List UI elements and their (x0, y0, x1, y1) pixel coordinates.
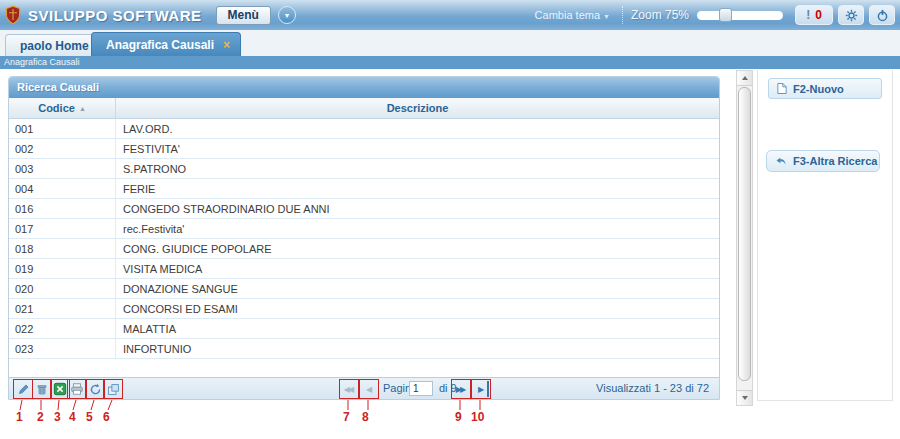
tab-close-icon[interactable]: × (223, 40, 230, 50)
first-page-button[interactable]: ◀◀ (341, 381, 357, 397)
table-row[interactable]: 022 MALATTIA (9, 319, 719, 339)
scroll-down-button[interactable] (737, 390, 752, 405)
gear-icon (845, 9, 858, 22)
panel-title: Ricerca Causali (9, 77, 719, 98)
cell-codice: 023 (9, 339, 116, 358)
edit-button[interactable] (15, 381, 31, 397)
company-crest-icon (5, 5, 21, 25)
triangle-up-icon (742, 76, 748, 80)
power-icon (876, 9, 889, 22)
zoom-slider[interactable] (697, 11, 783, 20)
table-row[interactable]: 016 CONGEDO STRAORDINARIO DUE ANNI (9, 199, 719, 219)
cell-codice: 001 (9, 119, 116, 138)
cell-descrizione: S.PATRONO (116, 159, 719, 178)
table-row[interactable]: 003 S.PATRONO (9, 159, 719, 179)
cell-descrizione: FERIE (116, 179, 719, 198)
f2-nuovo-label: F2-Nuovo (793, 83, 844, 95)
back-arrow-icon (775, 156, 787, 167)
scrollbar-thumb[interactable] (738, 87, 751, 381)
tab-anagrafica-causali[interactable]: Anagrafica Causali × (91, 32, 241, 56)
tab-bar: paolo Home Anagrafica Causali × (0, 30, 900, 56)
pencil-icon (17, 383, 30, 396)
app-title: SVILUPPO SOFTWARE (28, 7, 202, 24)
next-page-button[interactable]: ▶▶ (453, 381, 469, 397)
annotation-box-10: ▶ (471, 379, 491, 399)
change-theme-link[interactable]: Cambia tema (535, 9, 600, 21)
cell-descrizione: DONAZIONE SANGUE (116, 279, 719, 298)
cell-descrizione: CONG. GIUDICE POPOLARE (116, 239, 719, 258)
prev-page-button[interactable]: ◀ (361, 381, 377, 397)
tab-paolo-home[interactable]: paolo Home (5, 34, 104, 56)
column-header-descrizione[interactable]: Descrizione (116, 98, 719, 118)
annotation-number-9: 9 (455, 410, 462, 424)
alert-count-badge: 0 (815, 8, 822, 22)
new-document-icon (777, 82, 787, 95)
chevron-down-icon[interactable]: ▼ (603, 13, 610, 20)
cell-descrizione: VISITA MEDICA (116, 259, 719, 278)
delete-button[interactable] (34, 381, 50, 397)
annotation-number-6: 6 (103, 410, 110, 424)
alerts-button[interactable]: ! 0 (795, 5, 833, 25)
scroll-up-button[interactable] (737, 71, 752, 86)
annotation-leader-lines (0, 398, 520, 430)
zoom-slider-thumb[interactable] (719, 8, 732, 22)
table-row[interactable]: 019 VISITA MEDICA (9, 259, 719, 279)
last-page-button[interactable]: ▶ (474, 381, 489, 397)
records-shown-status: Visualizzati 1 - 23 di 72 (596, 382, 709, 394)
vertical-scrollbar[interactable] (736, 70, 753, 406)
refresh-button[interactable] (87, 381, 103, 397)
table-row[interactable]: 002 FESTIVITA' (9, 139, 719, 159)
annotation-number-7: 7 (343, 410, 350, 424)
menu-dropdown-button[interactable]: ▼ (278, 6, 296, 24)
table-row[interactable]: 018 CONG. GIUDICE POPOLARE (9, 239, 719, 259)
table-row[interactable]: 021 CONCORSI ED ESAMI (9, 299, 719, 319)
app-window: SVILUPPO SOFTWARE Menù ▼ Cambia tema ▼ Z… (0, 0, 900, 439)
annotation-number-8: 8 (362, 410, 369, 424)
f3-altra-ricerca-button[interactable]: F3-Altra Ricerca (766, 150, 880, 172)
separator (622, 6, 623, 24)
cell-codice: 020 (9, 279, 116, 298)
annotation-number-3: 3 (54, 410, 61, 424)
cell-descrizione: MALATTIA (116, 319, 719, 338)
f2-nuovo-button[interactable]: F2-Nuovo (768, 78, 882, 99)
cell-codice: 004 (9, 179, 116, 198)
excel-icon (53, 382, 67, 396)
logout-button[interactable] (869, 5, 895, 25)
tab-label: paolo Home (20, 39, 89, 53)
annotation-number-4: 4 (69, 410, 76, 424)
table-row[interactable]: 017 rec.Festivita' (9, 219, 719, 239)
open-popup-button[interactable] (105, 381, 121, 397)
menu-button[interactable]: Menù (216, 6, 271, 25)
cell-descrizione: FESTIVITA' (116, 139, 719, 158)
action-panel: F2-Nuovo F3-Altra Ricerca (757, 70, 893, 401)
table-row[interactable]: 023 INFORTUNIO (9, 339, 719, 359)
table-row[interactable]: 001 LAV.ORD. (9, 119, 719, 139)
cell-descrizione: INFORTUNIO (116, 339, 719, 358)
page-number-input[interactable] (409, 381, 433, 396)
settings-button[interactable] (838, 5, 864, 25)
grid-footer-toolbar: ◀◀ ◀ Pagina di 9 ▶▶ ▶ Visualizzati 1 - 2… (9, 377, 719, 399)
annotation-box-4 (67, 379, 87, 399)
table-row[interactable]: 020 DONAZIONE SANGUE (9, 279, 719, 299)
column-label: Codice (38, 102, 75, 114)
annotation-box-9: ▶▶ (451, 379, 471, 399)
annotation-number-5: 5 (86, 410, 93, 424)
cell-codice: 002 (9, 139, 116, 158)
annotation-box-8: ◀ (359, 379, 379, 399)
cell-descrizione: CONGEDO STRAORDINARIO DUE ANNI (116, 199, 719, 218)
trash-icon (36, 383, 48, 396)
popup-window-icon (107, 383, 120, 396)
column-label: Descrizione (387, 102, 449, 114)
print-button[interactable] (69, 381, 85, 397)
f3-altra-ricerca-label: F3-Altra Ricerca (793, 155, 877, 167)
grid-header: Codice ▲ Descrizione (9, 98, 719, 119)
annotation-box-6 (103, 379, 123, 399)
cell-codice: 017 (9, 219, 116, 238)
annotation-number-1: 1 (16, 410, 23, 424)
export-excel-button[interactable] (52, 381, 68, 397)
sort-asc-icon: ▲ (79, 105, 86, 112)
table-row[interactable]: 004 FERIE (9, 179, 719, 199)
column-header-codice[interactable]: Codice ▲ (9, 98, 116, 118)
cell-codice: 019 (9, 259, 116, 278)
breadcrumb: Anagrafica Causali (0, 56, 900, 69)
